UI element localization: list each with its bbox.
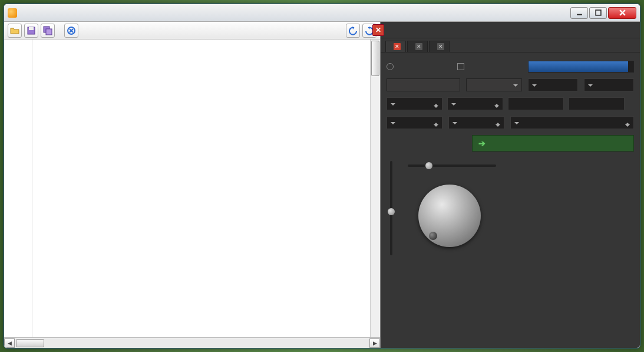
minimize-button[interactable] — [570, 7, 588, 19]
code-area[interactable] — [32, 40, 380, 337]
clear-button[interactable] — [64, 24, 78, 38]
v-slider-thumb[interactable] — [388, 208, 395, 215]
h-scroll-left[interactable]: ◀ — [4, 338, 15, 348]
horizontal-slider[interactable] — [408, 161, 496, 170]
password-edit[interactable] — [569, 97, 625, 110]
date-edit[interactable] — [448, 116, 504, 129]
datetime-edit[interactable] — [510, 116, 634, 129]
radio-button[interactable] — [387, 63, 451, 70]
vertical-scrollbar[interactable] — [370, 40, 380, 337]
titlebar[interactable] — [4, 4, 640, 22]
save-button[interactable] — [24, 24, 38, 38]
dial[interactable] — [411, 177, 488, 254]
tab-2[interactable]: ✕ — [407, 41, 428, 52]
tab-3-close-icon[interactable]: ✕ — [437, 43, 444, 50]
progress-bar — [528, 61, 634, 73]
tab-1[interactable]: ✕ — [385, 41, 406, 52]
h-scroll-thumb[interactable] — [16, 339, 44, 347]
line-edit[interactable] — [508, 97, 564, 110]
maximize-button[interactable] — [589, 7, 607, 19]
combo-1[interactable] — [528, 78, 578, 91]
combo-2[interactable] — [584, 78, 634, 91]
svg-rect-5 — [29, 27, 34, 30]
horizontal-scrollbar[interactable]: ◀ ▶ — [4, 337, 380, 348]
code-editor[interactable] — [4, 40, 380, 337]
open-button[interactable] — [8, 24, 22, 38]
editor-pane: ◀ ▶ — [4, 22, 381, 348]
line-gutter — [4, 40, 32, 337]
spin-double[interactable] — [447, 97, 503, 110]
tool-button[interactable] — [466, 78, 522, 91]
preview-tabs: ✕ ✕ ✕ — [381, 38, 640, 52]
preview-pane: ✕ ✕ ✕ ✕ — [381, 22, 640, 348]
close-preview-icon[interactable]: ✕ — [372, 24, 384, 36]
spin-int[interactable] — [387, 97, 442, 110]
undo-button[interactable] — [346, 24, 360, 38]
svg-rect-7 — [46, 29, 52, 35]
close-button[interactable] — [608, 7, 636, 19]
h-slider-thumb[interactable] — [425, 162, 432, 169]
arrow-right-icon: ➔ — [478, 139, 486, 148]
svg-rect-1 — [596, 10, 601, 15]
preview-title: ✕ — [381, 22, 640, 38]
h-scroll-right[interactable]: ▶ — [369, 338, 380, 348]
tab-1-close-icon[interactable]: ✕ — [394, 43, 401, 50]
app-window: ◀ ▶ ✕ ✕ ✕ ✕ — [4, 4, 640, 348]
app-icon — [8, 8, 17, 18]
editor-toolbar — [4, 22, 380, 40]
checkbox[interactable] — [457, 63, 522, 70]
v-scroll-thumb[interactable] — [371, 41, 379, 76]
tab-3[interactable]: ✕ — [429, 41, 450, 52]
push-button[interactable] — [387, 78, 460, 91]
command-link-button[interactable]: ➔ — [472, 135, 634, 152]
save-as-button[interactable] — [41, 24, 55, 38]
tab-2-close-icon[interactable]: ✕ — [415, 43, 422, 50]
vertical-slider[interactable] — [387, 161, 396, 255]
time-edit[interactable] — [387, 116, 442, 129]
